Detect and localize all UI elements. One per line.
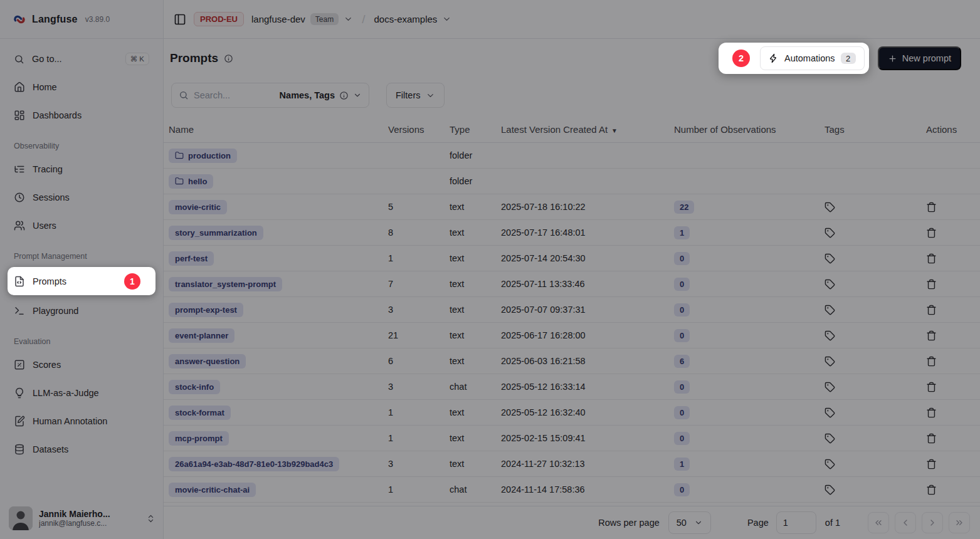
folder-pill[interactable]: hello [169, 174, 213, 189]
delete-prompt-button[interactable] [926, 484, 937, 495]
sidebar-toggle-button[interactable] [174, 13, 186, 26]
previous-page-button[interactable] [895, 512, 916, 533]
clock-icon [14, 192, 25, 203]
tag-icon [825, 433, 835, 444]
info-icon[interactable] [224, 54, 233, 63]
sidebar-item-datasets[interactable]: Datasets [8, 437, 155, 462]
table-row[interactable]: stock-format1text2025-05-12 16:32:400 [164, 400, 980, 426]
observation-count-badge: 6 [674, 355, 690, 368]
table-row[interactable]: productionfolder [164, 143, 980, 169]
prompt-name-pill[interactable]: movie-critic [169, 200, 227, 214]
goto-search-button[interactable]: Go to... ⌘ K [8, 46, 155, 71]
delete-prompt-button[interactable] [926, 459, 937, 469]
delete-prompt-button[interactable] [926, 202, 937, 212]
sidebar-item-users[interactable]: Users [8, 213, 155, 238]
delete-prompt-button[interactable] [926, 228, 937, 238]
next-page-button[interactable] [922, 512, 943, 533]
search-scope-select[interactable]: Names, Tags [280, 90, 362, 100]
search-icon [179, 90, 189, 100]
folder-pill[interactable]: production [169, 149, 237, 163]
column-header-latest-version-created-at[interactable]: Latest Version Created At▼ [496, 124, 669, 135]
delete-prompt-button[interactable] [926, 433, 937, 444]
table-row[interactable]: movie-critic5text2025-07-18 16:10:2222 [164, 194, 980, 220]
table-row[interactable]: prompt-exp-test3text2025-07-07 09:37:310 [164, 297, 980, 323]
project-switcher[interactable]: docs-examples [374, 14, 451, 24]
sidebar-item-playground[interactable]: Playground [8, 298, 155, 323]
sidebar-item-scores[interactable]: Scores [8, 352, 155, 377]
sidebar-item-sessions[interactable]: Sessions [8, 185, 155, 210]
user-name: Jannik Maierho... [39, 509, 140, 519]
sidebar-item-tracing[interactable]: Tracing [8, 157, 155, 182]
user-menu[interactable]: Jannik Maierho... jannik@langfuse.c... [0, 499, 163, 539]
automations-button[interactable]: Automations 2 [760, 46, 865, 70]
sidebar-item-llm-as-a-judge[interactable]: LLM-as-a-Judge [8, 380, 155, 406]
add-tag-button[interactable] [825, 253, 835, 264]
prompt-name-pill[interactable]: mcp-prompt [169, 431, 229, 446]
table-row[interactable]: translator_system-prompt7text2025-07-11 … [164, 271, 980, 297]
prompt-name-pill[interactable]: answer-question [169, 354, 246, 369]
prompt-name-pill[interactable]: 26a61a94-e3ab-48d7-81e0-13b929bad4c3 [169, 457, 339, 471]
rows-per-page-select[interactable]: 50 [668, 511, 711, 534]
last-page-button[interactable] [949, 512, 970, 533]
search-input[interactable] [194, 90, 275, 100]
delete-prompt-button[interactable] [926, 382, 937, 392]
sidebar-item-dashboards[interactable]: Dashboards [8, 103, 155, 128]
sidebar-item-human-annotation[interactable]: Human Annotation [8, 409, 155, 434]
delete-prompt-button[interactable] [926, 356, 937, 367]
plus-icon [888, 54, 897, 63]
delete-prompt-button[interactable] [926, 407, 937, 418]
search-box: Names, Tags [171, 83, 369, 108]
cell-created-at: 2025-06-17 16:28:00 [496, 330, 669, 340]
prompt-name-pill[interactable]: event-planner [169, 328, 234, 343]
add-tag-button[interactable] [825, 356, 835, 367]
table-row[interactable]: event-planner21text2025-06-17 16:28:000 [164, 323, 980, 348]
cell-observations: 0 [669, 303, 819, 317]
add-tag-button[interactable] [825, 330, 835, 341]
cell-name: 26a61a94-e3ab-48d7-81e0-13b929bad4c3 [164, 457, 383, 471]
table-row[interactable]: hellofolder [164, 169, 980, 194]
table-row[interactable]: 26a61a94-e3ab-48d7-81e0-13b929bad4c33tex… [164, 451, 980, 477]
add-tag-button[interactable] [825, 202, 835, 212]
trash-icon [926, 382, 937, 392]
table-row[interactable]: mcp-prompt1text2025-02-15 15:09:410 [164, 426, 980, 451]
prompt-name-pill[interactable]: stock-info [169, 380, 220, 394]
prompt-name-pill[interactable]: perf-test [169, 251, 214, 266]
add-tag-button[interactable] [825, 484, 835, 495]
sidebar-item-prompts[interactable]: Prompts1 [8, 267, 155, 295]
new-prompt-button[interactable]: New prompt [878, 46, 961, 70]
table-row[interactable]: perf-test1text2025-07-14 20:54:300 [164, 246, 980, 271]
cell-type: chat [445, 484, 496, 495]
table-row[interactable]: answer-question6text2025-06-03 16:21:586 [164, 348, 980, 374]
add-tag-button[interactable] [825, 433, 835, 444]
cell-name: story_summarization [164, 226, 383, 240]
search-icon [14, 54, 24, 65]
prompt-name-pill[interactable]: movie-critic-chat-ai [169, 483, 256, 497]
add-tag-button[interactable] [825, 228, 835, 238]
cell-actions [921, 459, 980, 469]
sidebar-item-home[interactable]: Home [8, 75, 155, 100]
delete-prompt-button[interactable] [926, 330, 937, 341]
automations-annotation-callout: 2 Automations 2 [719, 43, 869, 74]
cell-tags [819, 382, 921, 392]
prompt-name-pill[interactable]: translator_system-prompt [169, 277, 282, 291]
add-tag-button[interactable] [825, 279, 835, 290]
first-page-button[interactable] [868, 512, 889, 533]
add-tag-button[interactable] [825, 305, 835, 315]
delete-prompt-button[interactable] [926, 305, 937, 315]
delete-prompt-button[interactable] [926, 279, 937, 290]
page-number-input[interactable] [776, 511, 816, 534]
delete-prompt-button[interactable] [926, 253, 937, 264]
prompt-name-pill[interactable]: prompt-exp-test [169, 303, 243, 317]
tag-icon [825, 330, 835, 341]
sidebar-item-label: Human Annotation [33, 416, 107, 426]
organization-switcher[interactable]: langfuse-dev Team [251, 13, 353, 25]
add-tag-button[interactable] [825, 459, 835, 469]
filters-button[interactable]: Filters [386, 83, 445, 108]
prompt-name-pill[interactable]: stock-format [169, 406, 231, 420]
add-tag-button[interactable] [825, 382, 835, 392]
prompt-name-pill[interactable]: story_summarization [169, 226, 263, 240]
table-row[interactable]: stock-info3chat2025-05-12 16:33:140 [164, 374, 980, 400]
add-tag-button[interactable] [825, 407, 835, 418]
table-row[interactable]: story_summarization8text2025-07-17 16:48… [164, 220, 980, 246]
table-row[interactable]: movie-critic-chat-ai1chat2024-11-14 17:5… [164, 477, 980, 503]
